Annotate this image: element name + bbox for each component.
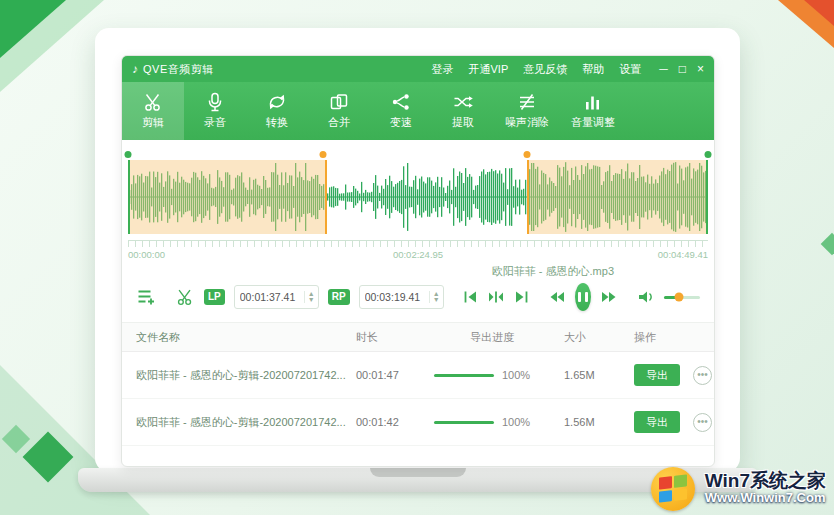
menu-settings[interactable]: 设置 — [619, 62, 641, 77]
time-start-label: 00:00:00 — [128, 249, 165, 260]
menu-help[interactable]: 帮助 — [582, 62, 604, 77]
app-window: ♪ QVE音频剪辑 登录 开通VIP 意见反馈 帮助 设置 ─ □ × 剪辑 — [121, 55, 715, 467]
tab-volume-adjust[interactable]: 音量调整 — [560, 82, 626, 140]
menu-open-vip[interactable]: 开通VIP — [468, 62, 508, 77]
right-point-handle[interactable] — [524, 151, 531, 158]
table-row[interactable]: 欧阳菲菲 - 感恩的心-剪辑-202007201742... 00:01:47 … — [122, 352, 714, 399]
tab-denoise[interactable]: 噪声消除 — [494, 82, 560, 140]
playlist-add-icon[interactable] — [136, 287, 156, 307]
rp-time-input[interactable] — [360, 291, 429, 303]
rp-spinner: ▲ ▼ — [429, 291, 443, 303]
microphone-icon — [204, 92, 226, 112]
menu-feedback[interactable]: 意见反馈 — [523, 62, 567, 77]
timeline-ticks[interactable] — [128, 240, 708, 247]
export-progress: 100% — [434, 369, 550, 381]
waveform-start-handle[interactable] — [125, 151, 132, 158]
file-duration: 00:01:42 — [356, 416, 434, 428]
skip-to-start-icon[interactable] — [463, 290, 479, 304]
laptop-base-notch — [370, 468, 466, 477]
header-export-progress: 导出进度 — [434, 330, 550, 345]
lp-badge: LP — [204, 289, 225, 305]
window-title: QVE音频剪辑 — [143, 62, 214, 77]
left-point-handle[interactable] — [320, 151, 327, 158]
music-note-icon: ♪ — [132, 62, 138, 76]
progress-bar — [434, 421, 494, 424]
noise-removal-icon — [516, 92, 538, 112]
more-options-button[interactable]: ••• — [693, 366, 712, 385]
tab-label: 提取 — [452, 115, 474, 130]
titlebar-menu: 登录 开通VIP 意见反馈 帮助 设置 — [431, 62, 641, 77]
convert-icon — [266, 92, 288, 112]
watermark: Win7系统之家 Www.Winwin7.Com — [649, 463, 826, 513]
maximize-button[interactable]: □ — [679, 63, 686, 75]
timeline-labels: 00:00:00 00:02:24.95 00:04:49.41 — [128, 249, 708, 261]
tab-label: 变速 — [390, 115, 412, 130]
lp-time-input[interactable] — [235, 291, 304, 303]
merge-icon — [328, 92, 350, 112]
time-end-label: 00:04:49.41 — [658, 249, 708, 260]
window-controls: ─ □ × — [659, 63, 704, 75]
tab-convert[interactable]: 转换 — [246, 82, 308, 140]
file-size: 1.56M — [550, 416, 626, 428]
tab-merge[interactable]: 合并 — [308, 82, 370, 140]
snap-to-center-icon[interactable] — [488, 290, 504, 304]
lp-spin-down-icon[interactable]: ▼ — [308, 297, 315, 303]
tab-speed[interactable]: 变速 — [370, 82, 432, 140]
waveform-area — [128, 160, 708, 234]
tab-clip[interactable]: 剪辑 — [122, 82, 184, 140]
minimize-button[interactable]: ─ — [659, 63, 668, 75]
table-row[interactable]: 欧阳菲菲 - 感恩的心-剪辑-202007201742... 00:01:42 … — [122, 399, 714, 446]
rp-badge: RP — [328, 289, 350, 305]
windows-flag-icon — [659, 474, 687, 502]
main-toolbar: 剪辑 录音 转换 合并 — [122, 82, 714, 140]
cut-tool-icon[interactable] — [175, 287, 195, 307]
tab-label: 噪声消除 — [505, 115, 549, 130]
lp-time-box: ▲ ▼ — [234, 285, 319, 309]
tab-label: 剪辑 — [142, 115, 164, 130]
volume-slider[interactable] — [664, 296, 700, 299]
more-options-button[interactable]: ••• — [693, 413, 712, 432]
row-actions: 导出 ••• — [626, 364, 712, 386]
fast-forward-icon[interactable] — [600, 290, 618, 304]
page-background: ♪ QVE音频剪辑 登录 开通VIP 意见反馈 帮助 设置 ─ □ × 剪辑 — [0, 0, 834, 515]
corner-decoration-top-right-red — [804, 0, 834, 26]
close-button[interactable]: × — [697, 63, 704, 75]
tab-label: 音量调整 — [571, 115, 615, 130]
tab-label: 录音 — [204, 115, 226, 130]
skip-to-end-icon[interactable] — [513, 290, 529, 304]
watermark-site: Www.Winwin7.Com — [705, 491, 826, 506]
waveform-end-handle[interactable] — [705, 151, 712, 158]
header-duration: 时长 — [356, 330, 434, 345]
rp-spin-down-icon[interactable]: ▼ — [433, 297, 440, 303]
progress-percent: 100% — [502, 369, 530, 381]
pause-button[interactable] — [575, 283, 591, 311]
export-button[interactable]: 导出 — [634, 411, 680, 433]
lp-spinner: ▲ ▼ — [304, 291, 318, 303]
tab-extract[interactable]: 提取 — [432, 82, 494, 140]
file-duration: 00:01:47 — [356, 369, 434, 381]
selection-region-right — [527, 160, 708, 234]
volume-slider-thumb[interactable] — [674, 293, 683, 302]
equalizer-bars-icon — [582, 92, 604, 112]
timeline: 00:00:00 00:02:24.95 00:04:49.41 — [128, 240, 708, 260]
header-action: 操作 — [626, 330, 700, 345]
titlebar: ♪ QVE音频剪辑 登录 开通VIP 意见反馈 帮助 设置 ─ □ × — [122, 56, 714, 82]
progress-bar — [434, 374, 494, 377]
now-playing-row: 欧阳菲菲 - 感恩的心.mp3 — [122, 264, 714, 278]
file-size: 1.65M — [550, 369, 626, 381]
rp-time-box: ▲ ▼ — [359, 285, 444, 309]
tab-label: 合并 — [328, 115, 350, 130]
menu-login[interactable]: 登录 — [431, 62, 453, 77]
decoration-right-square — [821, 233, 834, 256]
header-file-name: 文件名称 — [136, 330, 356, 345]
extract-shuffle-icon — [452, 92, 474, 112]
rewind-icon[interactable] — [548, 290, 566, 304]
export-button[interactable]: 导出 — [634, 364, 680, 386]
volume-icon[interactable] — [637, 289, 655, 305]
time-mid-label: 00:02:24.95 — [393, 249, 443, 260]
tab-label: 转换 — [266, 115, 288, 130]
win7-logo-icon — [649, 463, 699, 513]
tab-record[interactable]: 录音 — [184, 82, 246, 140]
table-header: 文件名称 时长 导出进度 大小 操作 — [122, 323, 714, 352]
export-progress: 100% — [434, 416, 550, 428]
